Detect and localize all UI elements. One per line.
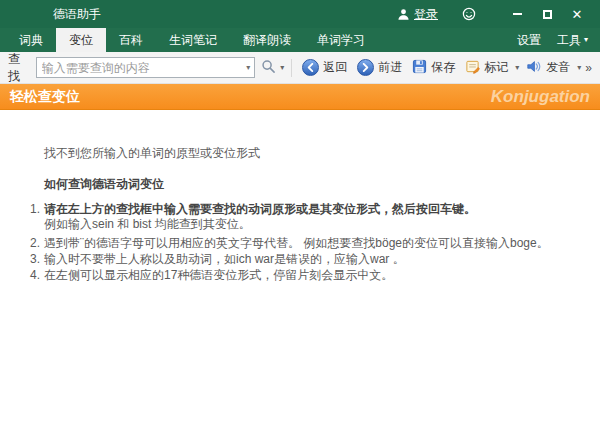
settings-label: 设置 bbox=[517, 32, 541, 49]
step-text: 在左侧可以显示相应的17种德语变位形式，停留片刻会显示中文。 bbox=[44, 268, 580, 283]
save-button[interactable]: 保存 bbox=[407, 56, 460, 80]
minimize-button[interactable] bbox=[502, 4, 532, 24]
german-flag-icon bbox=[26, 8, 43, 20]
pronounce-label: 发音 bbox=[546, 59, 570, 76]
search-toolbar: 查找 ▾ ▾ 返回 前进 bbox=[0, 52, 600, 84]
step-text: 请在左上方的查找框中输入需要查找的动词原形或是其变位形式，然后按回车键。 bbox=[44, 202, 580, 217]
save-icon bbox=[412, 59, 427, 77]
search-button[interactable] bbox=[255, 56, 278, 80]
banner-title: 轻松查变位 bbox=[10, 88, 80, 106]
tab-word-study[interactable]: 单词学习 bbox=[304, 28, 378, 52]
save-label: 保存 bbox=[431, 59, 455, 76]
user-icon bbox=[397, 8, 410, 21]
speaker-icon bbox=[526, 59, 542, 77]
titlebar: 德语助手 登录 ✕ bbox=[0, 0, 600, 28]
step-number: 1. bbox=[30, 202, 44, 232]
combo-dropdown-icon[interactable]: ▾ bbox=[244, 64, 252, 72]
toolbar-separator bbox=[291, 59, 292, 77]
mark-label: 标记 bbox=[484, 59, 508, 76]
back-label: 返回 bbox=[323, 59, 347, 76]
search-combobox[interactable]: ▾ bbox=[36, 57, 256, 78]
not-found-message: 找不到您所输入的单词的原型或变位形式 bbox=[44, 146, 580, 161]
pronounce-dropdown-icon[interactable]: ▾ bbox=[577, 63, 581, 72]
tab-vocabulary-notes[interactable]: 生词笔记 bbox=[156, 28, 230, 52]
banner-subtitle: Konjugation bbox=[491, 87, 590, 107]
toolbar-overflow-chevron[interactable]: » bbox=[585, 61, 592, 75]
step-number: 2. bbox=[30, 236, 44, 251]
close-button[interactable]: ✕ bbox=[562, 4, 592, 24]
back-icon bbox=[302, 59, 319, 76]
howto-step-1: 1. 请在左上方的查找框中输入需要查找的动词原形或是其变位形式，然后按回车键。 … bbox=[30, 202, 580, 232]
login-label[interactable]: 登录 bbox=[414, 6, 438, 23]
mark-button[interactable]: 标记 bbox=[460, 56, 513, 80]
step-number: 3. bbox=[30, 252, 44, 267]
forward-button[interactable]: 前进 bbox=[352, 56, 407, 79]
tools-menu[interactable]: 工具 ▾ bbox=[557, 32, 588, 49]
mark-icon bbox=[465, 59, 480, 77]
tab-encyclopedia[interactable]: 百科 bbox=[106, 28, 156, 52]
section-banner: 轻松查变位 Konjugation bbox=[0, 84, 600, 110]
howto-step-2: 2. 遇到带¨的德语字母可以用相应的英文字母代替。 例如想要查找böge的变位可… bbox=[30, 236, 580, 251]
feedback-smiley-icon[interactable] bbox=[462, 7, 476, 21]
howto-heading: 如何查询德语动词变位 bbox=[44, 177, 580, 192]
back-button[interactable]: 返回 bbox=[297, 56, 352, 79]
find-label: 查找 bbox=[8, 51, 30, 85]
tools-label: 工具 bbox=[557, 32, 581, 49]
search-input[interactable] bbox=[42, 61, 245, 75]
step-text: 输入时不要带上人称以及助动词，如ich war是错误的，应输入war 。 bbox=[44, 252, 580, 267]
tab-dictionary[interactable]: 词典 bbox=[6, 28, 56, 52]
maximize-button[interactable] bbox=[532, 4, 562, 24]
login-button[interactable]: 登录 bbox=[397, 6, 438, 23]
step-number: 4. bbox=[30, 268, 44, 283]
forward-icon bbox=[357, 59, 374, 76]
step-text: 遇到带¨的德语字母可以用相应的英文字母代替。 例如想要查找böge的变位可以直接… bbox=[44, 236, 580, 251]
app-title: 德语助手 bbox=[53, 6, 101, 23]
mark-dropdown-icon[interactable]: ▾ bbox=[515, 63, 519, 72]
settings-menu[interactable]: 设置 bbox=[517, 32, 541, 49]
howto-step-3: 3. 输入时不要带上人称以及助动词，如ich war是错误的，应输入war 。 bbox=[30, 252, 580, 267]
tab-conjugation[interactable]: 变位 bbox=[56, 28, 106, 52]
menubar: 词典 变位 百科 生词笔记 翻译朗读 单词学习 设置 工具 ▾ bbox=[0, 28, 600, 52]
chevron-down-icon: ▾ bbox=[584, 36, 588, 44]
help-content: 找不到您所输入的单词的原型或变位形式 如何查询德语动词变位 1. 请在左上方的查… bbox=[0, 110, 600, 283]
search-options-dropdown-icon[interactable]: ▾ bbox=[280, 63, 284, 72]
step-text-example: 例如输入sein 和 bist 均能查到其变位。 bbox=[44, 217, 580, 232]
tab-translate-read[interactable]: 翻译朗读 bbox=[230, 28, 304, 52]
search-icon bbox=[261, 59, 276, 77]
pronounce-button[interactable]: 发音 bbox=[521, 56, 575, 80]
forward-label: 前进 bbox=[378, 59, 402, 76]
howto-step-4: 4. 在左侧可以显示相应的17种德语变位形式，停留片刻会显示中文。 bbox=[30, 268, 580, 283]
